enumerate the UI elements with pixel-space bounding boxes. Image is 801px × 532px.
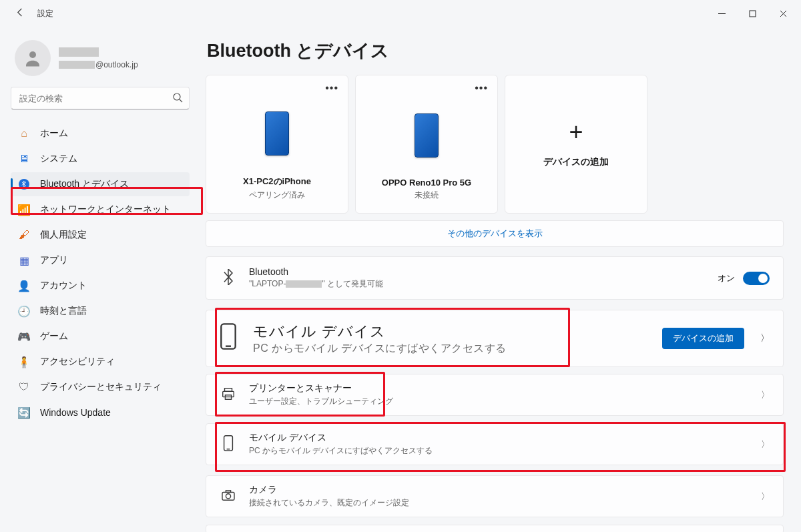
back-button[interactable] [12, 7, 28, 20]
apps-icon: ▦ [17, 254, 31, 267]
avatar [15, 40, 51, 76]
device-name: OPPO Reno10 Pro 5G [382, 178, 471, 188]
mobile-title: モバイル デバイス [249, 432, 749, 444]
camera-icon [220, 489, 237, 503]
shield-icon: 🛡 [17, 380, 31, 394]
accessibility-icon: 🧍 [17, 355, 31, 368]
camera-row[interactable]: カメラ 接続されているカメラ、既定のイメージ設定 〉 [206, 475, 784, 517]
svg-point-12 [226, 494, 230, 499]
sidebar: @outlook.jp ⌂ホーム 🖥システム Bluetooth とデバイス 📶… [0, 27, 200, 532]
show-more-devices[interactable]: その他のデバイスを表示 [206, 220, 784, 247]
nav-time[interactable]: 🕘時刻と言語 [11, 299, 190, 323]
nav-personalization[interactable]: 🖌個人用設定 [11, 223, 190, 247]
svg-point-1 [29, 51, 36, 58]
minimize-button[interactable] [706, 3, 737, 24]
update-icon: 🔄 [17, 406, 31, 419]
mobile-big-desc: PC からモバイル デバイスにすばやくアクセスする [253, 342, 646, 356]
page-title: Bluetooth とデバイス [207, 39, 784, 63]
next-row-peek[interactable] [206, 525, 784, 532]
chevron-right-icon: 〉 [760, 332, 770, 344]
search-icon [172, 92, 183, 105]
game-icon: 🎮 [17, 330, 31, 343]
printers-row[interactable]: プリンターとスキャナー ユーザー設定、トラブルシューティング 〉 [206, 374, 784, 416]
bluetooth-desc: "LAPTOP-" として発見可能 [249, 278, 706, 290]
window-title: 設定 [37, 8, 53, 19]
more-icon[interactable]: ••• [475, 82, 488, 94]
printer-icon [220, 386, 237, 403]
nav: ⌂ホーム 🖥システム Bluetooth とデバイス 📶ネットワークとインターネ… [11, 121, 190, 425]
mobile-desc: PC からモバイル デバイスにすばやくアクセスする [249, 445, 749, 457]
mobile-devices-row[interactable]: モバイル デバイス PC からモバイル デバイスにすばやくアクセスする 〉 [206, 423, 784, 465]
device-cards: ••• X1-PC2のiPhone ペアリング済み ••• OPPO Reno1… [206, 75, 784, 214]
plus-icon: + [569, 120, 583, 144]
nav-windows-update[interactable]: 🔄Windows Update [11, 401, 190, 425]
bluetooth-title: Bluetooth [249, 266, 706, 277]
bluetooth-toggle[interactable]: オン [718, 272, 770, 285]
bluetooth-icon [17, 178, 31, 191]
account-block[interactable]: @outlook.jp [11, 33, 190, 87]
phone-outline-icon [220, 323, 237, 354]
add-device-card[interactable]: + デバイスの追加 [505, 75, 647, 214]
nav-network[interactable]: 📶ネットワークとインターネット [11, 198, 190, 222]
brush-icon: 🖌 [17, 228, 31, 242]
printers-title: プリンターとスキャナー [249, 382, 749, 394]
mobile-big-title: モバイル デバイス [253, 322, 646, 342]
account-email: @outlook.jp [59, 60, 138, 69]
system-icon: 🖥 [17, 152, 31, 166]
chevron-right-icon: 〉 [761, 439, 770, 451]
chevron-right-icon: 〉 [761, 389, 770, 401]
account-name-redacted [59, 47, 99, 57]
nav-apps[interactable]: ▦アプリ [11, 248, 190, 272]
svg-rect-9 [224, 436, 233, 451]
svg-rect-13 [226, 491, 230, 493]
device-card[interactable]: ••• OPPO Reno10 Pro 5G 未接続 [355, 75, 498, 214]
camera-desc: 接続されているカメラ、既定のイメージ設定 [249, 497, 749, 509]
svg-rect-6 [225, 388, 232, 392]
device-name: X1-PC2のiPhone [243, 176, 311, 188]
device-status: 未接続 [415, 190, 439, 201]
nav-gaming[interactable]: 🎮ゲーム [11, 324, 190, 348]
phone-icon [415, 113, 439, 158]
mobile-devices-highlight-row[interactable]: モバイル デバイス PC からモバイル デバイスにすばやくアクセスする デバイス… [206, 310, 784, 367]
toggle-switch-on[interactable] [743, 272, 770, 285]
home-icon: ⌂ [17, 127, 31, 140]
bluetooth-icon [220, 269, 237, 287]
search-input[interactable] [11, 87, 190, 109]
search-box[interactable] [11, 87, 190, 109]
titlebar: 設定 [0, 0, 801, 27]
more-icon[interactable]: ••• [325, 82, 338, 94]
nav-privacy[interactable]: 🛡プライバシーとセキュリティ [11, 375, 190, 399]
main-content: Bluetooth とデバイス ••• X1-PC2のiPhone ペアリング済… [200, 27, 801, 532]
nav-accessibility[interactable]: 🧍アクセシビリティ [11, 350, 190, 374]
device-status: ペアリング済み [249, 190, 305, 201]
chevron-right-icon: 〉 [761, 491, 770, 503]
camera-title: カメラ [249, 484, 749, 496]
maximize-button[interactable] [737, 3, 768, 24]
svg-rect-4 [221, 324, 235, 348]
nav-bluetooth[interactable]: Bluetooth とデバイス [11, 172, 190, 196]
clock-icon: 🕘 [17, 304, 31, 318]
svg-rect-7 [223, 391, 234, 396]
nav-system[interactable]: 🖥システム [11, 147, 190, 171]
bluetooth-row[interactable]: Bluetooth "LAPTOP-" として発見可能 オン [206, 256, 784, 300]
person-icon: 👤 [17, 279, 31, 292]
nav-home[interactable]: ⌂ホーム [11, 121, 190, 146]
device-card[interactable]: ••• X1-PC2のiPhone ペアリング済み [206, 75, 348, 214]
phone-icon [265, 111, 289, 156]
svg-rect-0 [750, 11, 756, 17]
nav-accounts[interactable]: 👤アカウント [11, 274, 190, 298]
add-device-button[interactable]: デバイスの追加 [662, 328, 744, 349]
close-button[interactable] [768, 3, 798, 24]
svg-point-2 [174, 93, 180, 100]
phone-outline-icon [220, 435, 237, 453]
add-device-label: デバイスの追加 [543, 156, 609, 168]
wifi-icon: 📶 [17, 203, 31, 216]
printers-desc: ユーザー設定、トラブルシューティング [249, 396, 749, 407]
